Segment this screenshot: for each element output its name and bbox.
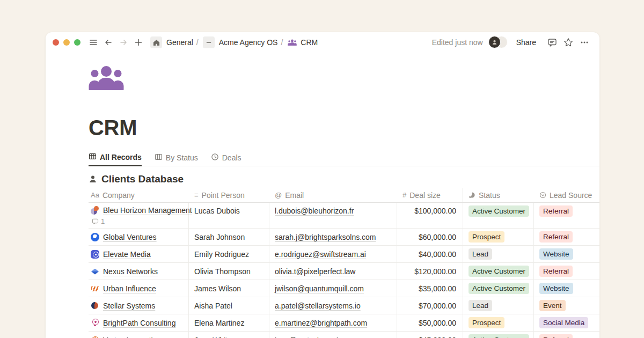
email-cell[interactable]: e.rodriguez@swiftstream.ai xyxy=(269,246,397,262)
status-badge[interactable]: Lead xyxy=(469,248,492,260)
point-person-cell[interactable]: James Wilson xyxy=(189,280,269,297)
table-row[interactable]: Stellar Systems Aisha Patel a.patel@stel… xyxy=(89,297,599,314)
status-cell[interactable]: Active Customer xyxy=(463,332,534,338)
status-badge[interactable]: Active Customer xyxy=(469,266,529,277)
table-row[interactable]: Global Ventures Sarah Johnson sarah.j@br… xyxy=(89,229,599,246)
collaborator-avatars[interactable] xyxy=(488,36,509,49)
deal-size-cell[interactable]: $50,000.00 xyxy=(397,314,463,331)
database-section-header[interactable]: Clients Database xyxy=(89,173,599,185)
company-name-link[interactable]: Nexus Networks xyxy=(103,267,158,276)
status-cell[interactable]: Active Customer xyxy=(463,263,534,280)
company-cell[interactable]: Vertex Innovations xyxy=(89,332,189,338)
column-header-deal-size[interactable]: # Deal size xyxy=(397,188,463,202)
lead-source-badge[interactable]: Website xyxy=(539,283,573,294)
point-person-cell[interactable]: Sarah Johnson xyxy=(189,229,269,245)
deal-size-cell[interactable]: $45,000.00 xyxy=(397,332,463,338)
point-person-cell[interactable]: Aisha Patel xyxy=(189,297,269,314)
status-badge[interactable]: Prospect xyxy=(469,231,504,243)
company-name-link[interactable]: Global Ventures xyxy=(103,233,157,241)
table-row[interactable]: Bleu Horizon Management 1 Lucas Dubois l… xyxy=(89,203,599,229)
status-badge[interactable]: Prospect xyxy=(469,317,504,328)
page-people-icon[interactable] xyxy=(89,65,124,90)
table-row[interactable]: Elevate Media Emily Rodriguez e.rodrigue… xyxy=(89,246,599,263)
company-name-link[interactable]: Stellar Systems xyxy=(103,302,155,310)
lead-source-badge[interactable]: Referral xyxy=(539,205,573,217)
new-page-icon[interactable] xyxy=(133,36,144,49)
lead-source-cell[interactable]: Social Media xyxy=(534,314,599,331)
tab-by-status[interactable]: By Status xyxy=(155,153,198,166)
company-cell[interactable]: Stellar Systems xyxy=(89,297,189,314)
column-header-status[interactable]: Status xyxy=(463,188,534,202)
lead-source-cell[interactable]: Referral xyxy=(534,203,599,228)
zoom-window-button[interactable] xyxy=(74,39,80,46)
email-cell[interactable]: a.patel@stellarsystems.io xyxy=(269,297,397,314)
lead-source-badge[interactable]: Social Media xyxy=(539,317,588,328)
breadcrumb-root[interactable]: General xyxy=(166,38,193,47)
email-cell[interactable]: l.dubois@bleuhorizon.fr xyxy=(269,203,397,228)
favorite-star-icon[interactable] xyxy=(562,36,575,49)
email-link[interactable]: e.rodriguez@swiftstream.ai xyxy=(275,250,366,259)
company-name-link[interactable]: Bleu Horizon Management xyxy=(103,206,192,215)
deal-size-cell[interactable]: $40,000.00 xyxy=(397,246,463,262)
home-icon[interactable] xyxy=(150,36,162,48)
comment-count-badge[interactable]: 1 xyxy=(91,217,105,225)
point-person-cell[interactable]: Olivia Thompson xyxy=(189,263,269,280)
status-cell[interactable]: Active Customer xyxy=(463,280,534,297)
deal-size-cell[interactable]: $60,000.00 xyxy=(397,229,463,245)
more-options-icon[interactable] xyxy=(578,36,591,49)
lead-source-badge[interactable]: Website xyxy=(539,248,573,260)
sidebar-toggle-icon[interactable] xyxy=(87,36,99,49)
email-cell[interactable]: jwilson@quantumquill.com xyxy=(269,280,397,297)
column-header-company[interactable]: Aa Company xyxy=(89,188,189,202)
status-cell[interactable]: Lead xyxy=(463,297,534,314)
company-cell[interactable]: BrightPath Consulting xyxy=(89,314,189,331)
deal-size-cell[interactable]: $120,000.00 xyxy=(397,263,463,280)
deal-size-cell[interactable]: $100,000.00 xyxy=(397,203,463,228)
table-row[interactable]: Nexus Networks Olivia Thompson olivia.t@… xyxy=(89,263,599,280)
column-header-email[interactable]: @ Email xyxy=(269,188,397,202)
table-row[interactable]: Vertex Innovations Jenn Whitmore jenn@ve… xyxy=(89,332,599,338)
email-link[interactable]: jwilson@quantumquill.com xyxy=(275,284,364,293)
lead-source-badge[interactable]: Referral xyxy=(539,266,573,277)
email-link[interactable]: l.dubois@bleuhorizon.fr xyxy=(275,207,354,215)
lead-source-cell[interactable]: Website xyxy=(534,246,599,262)
company-cell[interactable]: Global Ventures xyxy=(89,229,189,245)
breadcrumb-page[interactable]: CRM xyxy=(301,38,318,47)
email-link[interactable]: a.patel@stellarsystems.io xyxy=(275,302,361,310)
table-row[interactable]: Urban Influence James Wilson jwilson@qua… xyxy=(89,280,599,297)
tab-all-records[interactable]: All Records xyxy=(89,152,142,166)
lead-source-cell[interactable]: Event xyxy=(534,297,599,314)
email-link[interactable]: sarah.j@brightsparksolns.com xyxy=(275,233,376,241)
lead-source-cell[interactable]: Website xyxy=(534,280,599,297)
point-person-cell[interactable]: Jenn Whitmore xyxy=(189,332,269,338)
email-link[interactable]: jenn@vertexinnov.io xyxy=(275,336,342,338)
point-person-cell[interactable]: Emily Rodriguez xyxy=(189,246,269,262)
share-button[interactable]: Share xyxy=(516,38,536,47)
status-cell[interactable]: Prospect xyxy=(463,229,534,245)
column-header-lead-source[interactable]: Lead Source xyxy=(534,188,599,202)
email-cell[interactable]: sarah.j@brightsparksolns.com xyxy=(269,229,397,245)
forward-arrow-icon[interactable] xyxy=(118,36,129,49)
deal-size-cell[interactable]: $70,000.00 xyxy=(397,297,463,314)
company-cell[interactable]: Elevate Media xyxy=(89,246,189,262)
company-name-link[interactable]: BrightPath Consulting xyxy=(103,319,175,327)
status-badge[interactable]: Lead xyxy=(469,300,492,311)
company-cell[interactable]: Nexus Networks xyxy=(89,263,189,280)
back-arrow-icon[interactable] xyxy=(103,36,114,49)
lead-source-cell[interactable]: Referral xyxy=(534,229,599,245)
email-link[interactable]: e.martinez@brightpath.com xyxy=(275,319,367,327)
table-row[interactable]: BrightPath Consulting Elena Martinez e.m… xyxy=(89,314,599,332)
email-link[interactable]: olivia.t@pixelperfect.law xyxy=(275,267,355,276)
company-cell[interactable]: Bleu Horizon Management 1 xyxy=(89,203,189,228)
email-cell[interactable]: jenn@vertexinnov.io xyxy=(269,332,397,338)
company-name-link[interactable]: Urban Influence xyxy=(103,284,156,293)
lead-source-cell[interactable]: Referral xyxy=(534,332,599,338)
close-window-button[interactable] xyxy=(53,39,59,46)
status-badge[interactable]: Active Customer xyxy=(469,334,529,338)
deal-size-cell[interactable]: $35,000.00 xyxy=(397,280,463,297)
status-badge[interactable]: Active Customer xyxy=(469,205,529,217)
company-cell[interactable]: Urban Influence xyxy=(89,280,189,297)
lead-source-badge[interactable]: Referral xyxy=(539,231,573,243)
breadcrumb-workspace[interactable]: Acme Agency OS xyxy=(219,38,278,47)
lead-source-badge[interactable]: Event xyxy=(539,300,566,311)
